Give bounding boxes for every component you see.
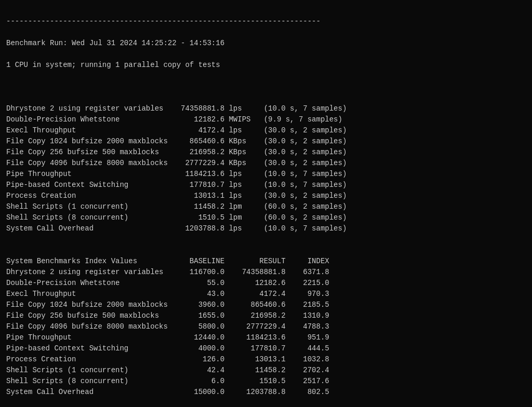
index-header-row: System Benchmarks Index Values BASELINE … xyxy=(6,256,526,267)
test-row: Pipe Throughput 1184213.6 lps (10.0 s, 7… xyxy=(6,169,526,180)
terminal-output: ----------------------------------------… xyxy=(6,5,526,407)
test-row: System Call Overhead 1203788.8 lps (10.0… xyxy=(6,223,526,234)
test-row: File Copy 4096 bufsize 8000 maxblocks 27… xyxy=(6,158,526,169)
index-row: Process Creation 126.0 13013.1 1032.8 xyxy=(6,354,526,365)
test-row: Execl Throughput 4172.4 lps (30.0 s, 2 s… xyxy=(6,125,526,136)
cpu-info: 1 CPU in system; running 1 parallel copy… xyxy=(6,61,220,69)
test-row: Shell Scripts (8 concurrent) 1510.5 lpm … xyxy=(6,212,526,223)
test-row: Dhrystone 2 using register variables 743… xyxy=(6,103,526,114)
index-section: System Benchmarks Index Values BASELINE … xyxy=(6,256,526,398)
test-results-section: Dhrystone 2 using register variables 743… xyxy=(6,103,526,234)
index-row: System Call Overhead 15000.0 1203788.8 8… xyxy=(6,387,526,398)
index-row: Double-Precision Whetstone 55.0 12182.6 … xyxy=(6,278,526,289)
index-row: Shell Scripts (1 concurrent) 42.4 11458.… xyxy=(6,365,526,376)
test-row: Pipe-based Context Switching 177810.7 lp… xyxy=(6,180,526,191)
test-row: File Copy 1024 bufsize 2000 maxblocks 86… xyxy=(6,136,526,147)
index-row: Dhrystone 2 using register variables 116… xyxy=(6,267,526,278)
benchmark-header: Benchmark Run: Wed Jul 31 2024 14:25:22 … xyxy=(6,39,224,47)
test-row: Double-Precision Whetstone 12182.6 MWIPS… xyxy=(6,114,526,125)
test-row: Shell Scripts (1 concurrent) 11458.2 lpm… xyxy=(6,201,526,212)
index-row: File Copy 4096 bufsize 8000 maxblocks 58… xyxy=(6,321,526,332)
index-row: File Copy 1024 bufsize 2000 maxblocks 39… xyxy=(6,300,526,310)
index-row: Pipe Throughput 12440.0 1184213.6 951.9 xyxy=(6,332,526,343)
index-row: File Copy 256 bufsize 500 maxblocks 1655… xyxy=(6,310,526,321)
index-row: Execl Throughput 43.0 4172.4 970.3 xyxy=(6,289,526,300)
separator-line: ----------------------------------------… xyxy=(6,17,321,25)
index-row: Pipe-based Context Switching 4000.0 1778… xyxy=(6,343,526,354)
test-row: Process Creation 13013.1 lps (30.0 s, 2 … xyxy=(6,191,526,201)
index-row: Shell Scripts (8 concurrent) 6.0 1510.5 … xyxy=(6,376,526,387)
test-row: File Copy 256 bufsize 500 maxblocks 2169… xyxy=(6,147,526,158)
